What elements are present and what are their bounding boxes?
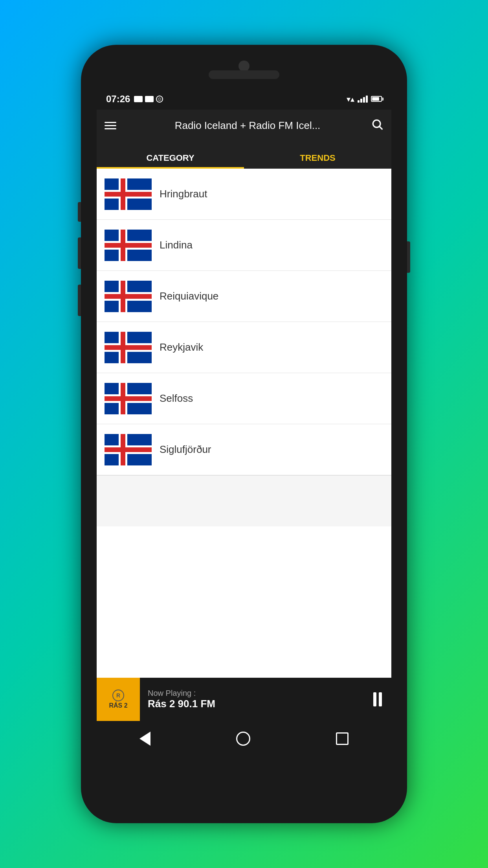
tab-bar: CATEGORY TRENDS [97, 141, 391, 169]
battery-fill [372, 97, 379, 101]
nav-recents-button[interactable] [336, 732, 349, 745]
status-left: 07:26 ⊙ [106, 94, 163, 105]
iceland-flag-4 [105, 332, 152, 363]
iceland-flag-6 [105, 434, 152, 465]
volume-down-button [78, 285, 81, 316]
volume-up-button [78, 237, 81, 269]
radio-station-list: Hringbraut Lindina [97, 169, 391, 678]
back-arrow-icon [139, 732, 150, 746]
signal-bar-3 [363, 97, 365, 103]
svg-point-0 [373, 120, 380, 127]
volume-silent-button [78, 202, 81, 222]
station-name-3: Reiquiavique [160, 290, 218, 302]
notification-icon-1 [134, 96, 143, 102]
iceland-flag-1 [105, 178, 152, 210]
phone-screen: 07:26 ⊙ ▾▴ [97, 88, 391, 756]
station-name-5: Selfoss [160, 392, 193, 405]
svg-line-1 [380, 127, 382, 129]
station-name-2: Lindina [160, 239, 193, 251]
now-playing-thumbnail: R RÁS 2 [97, 678, 140, 721]
earpiece-speaker [209, 70, 279, 79]
tab-category[interactable]: CATEGORY [97, 153, 244, 169]
ras2-logo-text: RÁS 2 [109, 702, 127, 709]
signal-bar-4 [366, 96, 368, 103]
notification-icon-2 [145, 96, 154, 102]
list-item[interactable]: Hringbraut [97, 169, 391, 220]
recents-square-icon [336, 732, 349, 745]
now-playing-station: Rás 2 90.1 FM [148, 698, 356, 710]
hamburger-line-1 [105, 122, 116, 123]
signal-bar-2 [360, 99, 362, 103]
nav-home-button[interactable] [236, 732, 250, 746]
signal-bar-1 [358, 100, 360, 103]
app-title: Radio Iceland + Radio FM Icel... [124, 120, 371, 132]
power-button [407, 241, 410, 273]
empty-row [97, 475, 391, 526]
now-playing-info: Now Playing : Rás 2 90.1 FM [140, 689, 364, 710]
status-right: ▾▴ [347, 94, 382, 104]
hamburger-line-3 [105, 128, 116, 129]
tab-trends[interactable]: TRENDS [244, 153, 391, 169]
list-item[interactable]: Siglufjörður [97, 424, 391, 475]
status-bar: 07:26 ⊙ ▾▴ [97, 88, 391, 110]
status-icons-left: ⊙ [134, 96, 163, 103]
search-icon[interactable] [371, 118, 383, 133]
hamburger-line-2 [105, 125, 116, 126]
pause-button[interactable] [364, 692, 391, 706]
signal-icon [358, 96, 368, 103]
pause-bar-2 [379, 692, 382, 706]
iceland-flag-5 [105, 383, 152, 414]
hamburger-menu-button[interactable] [105, 122, 116, 129]
list-item[interactable]: Reykjavik [97, 322, 391, 373]
home-circle-icon [236, 732, 250, 746]
list-item[interactable]: Reiquiavique [97, 271, 391, 322]
station-name-1: Hringbraut [160, 188, 207, 200]
iceland-flag-2 [105, 230, 152, 261]
iceland-flag-3 [105, 281, 152, 312]
phone-top [81, 45, 407, 88]
ras2-logo: R RÁS 2 [103, 684, 134, 715]
nav-back-button[interactable] [139, 732, 150, 746]
ras2-icon-circle: R [112, 690, 124, 701]
nav-bar [97, 721, 391, 756]
station-name-4: Reykjavik [160, 341, 203, 353]
station-name-6: Siglufjörður [160, 443, 211, 456]
list-item[interactable]: Selfoss [97, 373, 391, 424]
status-time: 07:26 [106, 94, 130, 105]
pause-bar-1 [373, 692, 376, 706]
now-playing-bar[interactable]: R RÁS 2 Now Playing : Rás 2 90.1 FM [97, 678, 391, 721]
camera-lens [238, 61, 250, 72]
now-playing-label: Now Playing : [148, 689, 356, 698]
wifi-icon: ▾▴ [347, 94, 354, 104]
phone-frame: 07:26 ⊙ ▾▴ [81, 45, 407, 823]
alarm-icon: ⊙ [156, 96, 163, 103]
battery-icon [371, 96, 382, 102]
app-bar: Radio Iceland + Radio FM Icel... [97, 110, 391, 141]
list-item[interactable]: Lindina [97, 220, 391, 271]
